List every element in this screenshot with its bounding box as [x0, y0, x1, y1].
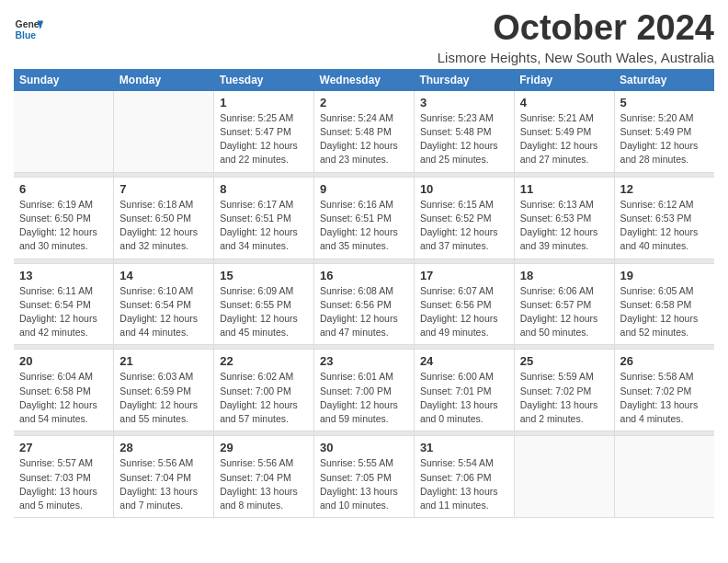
- calendar-week-1: 1Sunrise: 5:25 AMSunset: 5:47 PMDaylight…: [14, 91, 714, 172]
- day-number: 6: [19, 182, 108, 196]
- day-number: 14: [119, 269, 208, 282]
- day-info: Sunrise: 6:18 AMSunset: 6:50 PMDaylight:…: [119, 198, 208, 254]
- day-number: 17: [420, 269, 508, 282]
- calendar-cell: 29Sunrise: 5:56 AMSunset: 7:04 PMDayligh…: [214, 436, 314, 518]
- day-info: Sunrise: 6:15 AMSunset: 6:52 PMDaylight:…: [420, 198, 508, 254]
- calendar-cell: 25Sunrise: 5:59 AMSunset: 7:02 PMDayligh…: [514, 350, 614, 431]
- calendar-cell: 26Sunrise: 5:58 AMSunset: 7:02 PMDayligh…: [614, 350, 714, 431]
- day-number: 20: [19, 354, 108, 368]
- calendar-cell: 30Sunrise: 5:55 AMSunset: 7:05 PMDayligh…: [314, 436, 415, 518]
- calendar-cell: 3Sunrise: 5:23 AMSunset: 5:48 PMDaylight…: [414, 91, 514, 172]
- day-info: Sunrise: 5:25 AMSunset: 5:47 PMDaylight:…: [220, 111, 308, 167]
- month-title: October 2024: [438, 9, 714, 48]
- day-number: 3: [420, 96, 508, 109]
- header: General Blue October 2024 Lismore Height…: [14, 9, 714, 65]
- day-info: Sunrise: 5:55 AMSunset: 7:05 PMDaylight:…: [320, 456, 408, 512]
- day-number: 10: [420, 182, 508, 196]
- day-info: Sunrise: 6:19 AMSunset: 6:50 PMDaylight:…: [19, 198, 108, 254]
- calendar-cell: 16Sunrise: 6:08 AMSunset: 6:56 PMDayligh…: [314, 263, 415, 345]
- calendar-cell: 28Sunrise: 5:56 AMSunset: 7:04 PMDayligh…: [114, 436, 214, 518]
- day-info: Sunrise: 5:57 AMSunset: 7:03 PMDaylight:…: [19, 456, 108, 512]
- calendar-cell: 2Sunrise: 5:24 AMSunset: 5:48 PMDaylight…: [314, 91, 415, 172]
- day-number: 9: [320, 182, 408, 196]
- day-header-friday: Friday: [514, 69, 614, 91]
- calendar-cell: 15Sunrise: 6:09 AMSunset: 6:55 PMDayligh…: [214, 263, 314, 345]
- day-info: Sunrise: 6:17 AMSunset: 6:51 PMDaylight:…: [220, 198, 308, 254]
- day-info: Sunrise: 6:10 AMSunset: 6:54 PMDaylight:…: [119, 284, 208, 340]
- logo: General Blue: [14, 15, 43, 44]
- day-info: Sunrise: 5:54 AMSunset: 7:06 PMDaylight:…: [420, 456, 508, 512]
- calendar-cell: 10Sunrise: 6:15 AMSunset: 6:52 PMDayligh…: [414, 177, 514, 259]
- calendar-cell: 12Sunrise: 6:12 AMSunset: 6:53 PMDayligh…: [614, 177, 714, 259]
- calendar-cell: [614, 436, 714, 518]
- day-number: 5: [620, 96, 709, 109]
- day-info: Sunrise: 6:13 AMSunset: 6:53 PMDaylight:…: [520, 198, 609, 254]
- calendar-week-5: 27Sunrise: 5:57 AMSunset: 7:03 PMDayligh…: [14, 436, 714, 518]
- day-info: Sunrise: 5:20 AMSunset: 5:49 PMDaylight:…: [620, 111, 709, 167]
- day-number: 22: [220, 354, 308, 368]
- day-header-sunday: Sunday: [14, 69, 114, 91]
- calendar-cell: 1Sunrise: 5:25 AMSunset: 5:47 PMDaylight…: [214, 91, 314, 172]
- day-number: 31: [420, 441, 508, 454]
- title-area: October 2024 Lismore Heights, New South …: [438, 9, 714, 65]
- day-number: 2: [320, 96, 408, 109]
- calendar-cell: 21Sunrise: 6:03 AMSunset: 6:59 PMDayligh…: [114, 350, 214, 431]
- calendar-cell: 13Sunrise: 6:11 AMSunset: 6:54 PMDayligh…: [14, 263, 114, 345]
- day-number: 15: [220, 269, 308, 282]
- calendar-cell: [14, 91, 114, 172]
- day-info: Sunrise: 6:01 AMSunset: 7:00 PMDaylight:…: [320, 370, 408, 426]
- calendar-cell: 22Sunrise: 6:02 AMSunset: 7:00 PMDayligh…: [214, 350, 314, 431]
- day-info: Sunrise: 6:08 AMSunset: 6:56 PMDaylight:…: [320, 284, 408, 340]
- calendar-cell: [114, 91, 214, 172]
- day-info: Sunrise: 6:04 AMSunset: 6:58 PMDaylight:…: [19, 370, 108, 426]
- day-number: 26: [620, 354, 709, 368]
- day-number: 30: [320, 441, 408, 454]
- day-number: 28: [119, 441, 208, 454]
- day-info: Sunrise: 5:56 AMSunset: 7:04 PMDaylight:…: [119, 456, 208, 512]
- calendar-week-2: 6Sunrise: 6:19 AMSunset: 6:50 PMDaylight…: [14, 177, 714, 259]
- day-info: Sunrise: 5:56 AMSunset: 7:04 PMDaylight:…: [220, 456, 308, 512]
- day-number: 21: [119, 354, 208, 368]
- calendar-cell: [514, 436, 614, 518]
- day-info: Sunrise: 5:21 AMSunset: 5:49 PMDaylight:…: [520, 111, 609, 167]
- day-info: Sunrise: 6:05 AMSunset: 6:58 PMDaylight:…: [620, 284, 709, 340]
- calendar-table: SundayMondayTuesdayWednesdayThursdayFrid…: [14, 69, 714, 518]
- day-number: 4: [520, 96, 609, 109]
- day-number: 13: [19, 269, 108, 282]
- day-info: Sunrise: 6:11 AMSunset: 6:54 PMDaylight:…: [19, 284, 108, 340]
- day-number: 23: [320, 354, 408, 368]
- calendar-cell: 31Sunrise: 5:54 AMSunset: 7:06 PMDayligh…: [414, 436, 514, 518]
- calendar-cell: 27Sunrise: 5:57 AMSunset: 7:03 PMDayligh…: [14, 436, 114, 518]
- day-info: Sunrise: 5:59 AMSunset: 7:02 PMDaylight:…: [520, 370, 609, 426]
- calendar-cell: 6Sunrise: 6:19 AMSunset: 6:50 PMDaylight…: [14, 177, 114, 259]
- day-header-saturday: Saturday: [614, 69, 714, 91]
- day-info: Sunrise: 6:07 AMSunset: 6:56 PMDaylight:…: [420, 284, 508, 340]
- day-info: Sunrise: 6:16 AMSunset: 6:51 PMDaylight:…: [320, 198, 408, 254]
- day-number: 11: [520, 182, 609, 196]
- day-number: 8: [220, 182, 308, 196]
- day-number: 12: [620, 182, 709, 196]
- day-number: 7: [119, 182, 208, 196]
- day-info: Sunrise: 6:00 AMSunset: 7:01 PMDaylight:…: [420, 370, 508, 426]
- day-info: Sunrise: 6:03 AMSunset: 6:59 PMDaylight:…: [119, 370, 208, 426]
- calendar-cell: 17Sunrise: 6:07 AMSunset: 6:56 PMDayligh…: [414, 263, 514, 345]
- day-info: Sunrise: 6:09 AMSunset: 6:55 PMDaylight:…: [220, 284, 308, 340]
- header-row: SundayMondayTuesdayWednesdayThursdayFrid…: [14, 69, 714, 91]
- calendar-week-4: 20Sunrise: 6:04 AMSunset: 6:58 PMDayligh…: [14, 350, 714, 431]
- day-number: 1: [220, 96, 308, 109]
- day-info: Sunrise: 6:12 AMSunset: 6:53 PMDaylight:…: [620, 198, 709, 254]
- day-info: Sunrise: 5:24 AMSunset: 5:48 PMDaylight:…: [320, 111, 408, 167]
- day-info: Sunrise: 6:02 AMSunset: 7:00 PMDaylight:…: [220, 370, 308, 426]
- calendar-week-3: 13Sunrise: 6:11 AMSunset: 6:54 PMDayligh…: [14, 263, 714, 345]
- location-subtitle: Lismore Heights, New South Wales, Austra…: [438, 50, 714, 65]
- calendar-cell: 24Sunrise: 6:00 AMSunset: 7:01 PMDayligh…: [414, 350, 514, 431]
- calendar-cell: 8Sunrise: 6:17 AMSunset: 6:51 PMDaylight…: [214, 177, 314, 259]
- day-number: 18: [520, 269, 609, 282]
- day-header-tuesday: Tuesday: [214, 69, 314, 91]
- calendar-cell: 9Sunrise: 6:16 AMSunset: 6:51 PMDaylight…: [314, 177, 415, 259]
- calendar-cell: 7Sunrise: 6:18 AMSunset: 6:50 PMDaylight…: [114, 177, 214, 259]
- day-info: Sunrise: 5:23 AMSunset: 5:48 PMDaylight:…: [420, 111, 508, 167]
- calendar-cell: 4Sunrise: 5:21 AMSunset: 5:49 PMDaylight…: [514, 91, 614, 172]
- day-header-monday: Monday: [114, 69, 214, 91]
- calendar-cell: 23Sunrise: 6:01 AMSunset: 7:00 PMDayligh…: [314, 350, 415, 431]
